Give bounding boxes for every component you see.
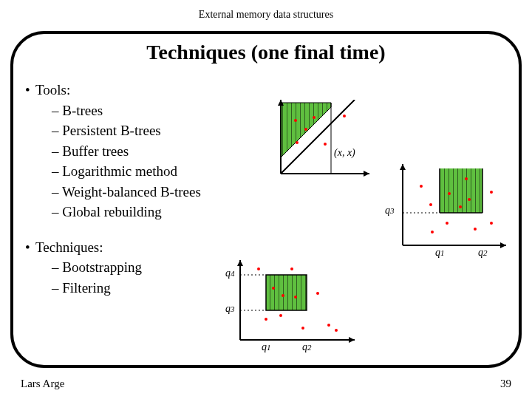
svg-point-55 (327, 324, 330, 327)
content-block: • Tools: – B-trees – Persistent B-trees … (35, 80, 201, 298)
footer-author: Lars Arge (21, 378, 64, 390)
svg-point-35 (474, 228, 477, 231)
techniques-item: – Bootstrapping (52, 257, 201, 278)
svg-point-53 (279, 314, 282, 317)
tools-item: – Buffer trees (52, 141, 201, 162)
svg-point-56 (335, 329, 338, 332)
diagram-3sided: q3 q1 q2 (395, 164, 514, 260)
label-q2b: q2 (302, 341, 312, 353)
svg-marker-44 (349, 337, 355, 343)
svg-point-50 (294, 296, 297, 299)
techniques-heading: • Techniques: (35, 237, 201, 258)
diagram-4sided: q4 q3 q1 q2 (225, 260, 362, 356)
tools-item: – Global rebuilding (52, 202, 201, 222)
svg-marker-5 (364, 171, 369, 177)
svg-point-34 (431, 231, 434, 233)
svg-point-10 (304, 128, 307, 131)
label-q3: q3 (385, 205, 395, 216)
diagram-diagonal: (x, x) (273, 100, 377, 181)
svg-point-12 (296, 141, 299, 144)
techniques-item: – Filtering (52, 278, 201, 299)
tools-heading-text: Tools: (35, 82, 70, 98)
svg-point-51 (316, 292, 319, 295)
label-q1b: q1 (262, 341, 271, 353)
svg-point-48 (272, 287, 275, 290)
label-q4b: q4 (225, 267, 235, 279)
tools-heading: • Tools: (35, 80, 201, 100)
svg-point-49 (282, 294, 284, 297)
label-q2: q2 (478, 247, 488, 259)
tools-item: – Weight-balanced B-trees (52, 182, 201, 202)
footer-page: 39 (500, 378, 511, 390)
svg-point-14 (324, 143, 327, 146)
svg-point-9 (294, 119, 297, 122)
svg-point-36 (490, 222, 493, 225)
svg-point-27 (429, 203, 432, 206)
svg-point-32 (490, 191, 493, 194)
tools-item: – Persistent B-trees (52, 120, 201, 141)
svg-marker-45 (237, 260, 243, 266)
svg-point-47 (290, 267, 293, 270)
svg-point-31 (459, 205, 462, 208)
svg-point-54 (301, 327, 304, 330)
slide-title: Techniques (one final time) (0, 41, 532, 64)
svg-marker-24 (500, 242, 506, 248)
svg-rect-39 (266, 275, 307, 310)
svg-point-46 (257, 267, 260, 270)
tools-item: – B-trees (52, 100, 201, 121)
svg-point-33 (446, 222, 449, 225)
svg-point-13 (343, 115, 346, 117)
label-q1: q1 (435, 247, 445, 259)
label-xx: (x, x) (334, 147, 355, 159)
svg-marker-25 (400, 164, 406, 170)
label-q3b: q3 (225, 303, 235, 315)
svg-point-28 (448, 192, 451, 195)
svg-point-30 (468, 198, 471, 201)
header-subtitle: External memory data structures (0, 0, 532, 21)
techniques-heading-text: Techniques: (35, 239, 103, 255)
svg-point-52 (265, 318, 267, 321)
tools-item: – Logarithmic method (52, 161, 201, 182)
svg-point-26 (420, 185, 423, 188)
svg-point-11 (313, 116, 316, 119)
svg-point-29 (465, 177, 468, 180)
